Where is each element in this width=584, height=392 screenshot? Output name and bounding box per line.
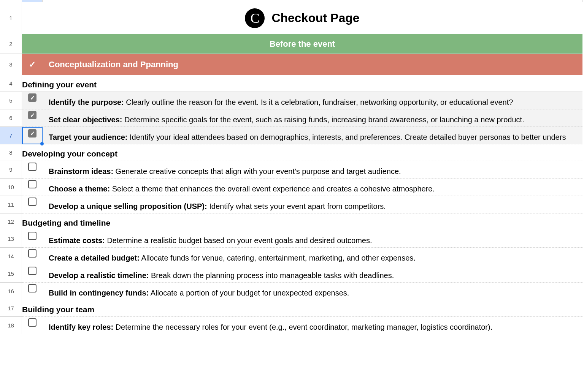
checkbox-icon[interactable] — [28, 198, 36, 206]
row-header-18[interactable]: 18 — [0, 317, 22, 334]
item-text-13[interactable]: Estimate costs: Determine a realistic bu… — [43, 230, 582, 248]
subhead-concept[interactable]: Developing your concept — [22, 144, 582, 161]
checkbox-cell-11[interactable] — [22, 196, 43, 213]
checkbox-icon[interactable] — [28, 180, 36, 188]
page-title: Checkout Page — [271, 11, 359, 25]
row-header-2[interactable]: 2 — [0, 34, 22, 54]
row-header-12[interactable]: 12 — [0, 213, 22, 230]
checkbox-icon[interactable] — [28, 111, 36, 119]
row-header-3[interactable]: 3 — [0, 54, 22, 75]
item-text-5[interactable]: Identify the purpose: Clearly outline th… — [43, 92, 582, 109]
item-text-10[interactable]: Choose a theme: Select a theme that enha… — [43, 179, 582, 196]
checkbox-icon[interactable] — [28, 93, 36, 102]
title-cell[interactable]: C Checkout Page — [22, 2, 582, 34]
row-header-5[interactable]: 5 — [0, 92, 22, 109]
item-text-11[interactable]: Develop a unique selling proposition (US… — [43, 196, 582, 213]
item-text-14[interactable]: Create a detailed budget: Allocate funds… — [43, 248, 582, 265]
row-header-15[interactable]: 15 — [0, 265, 22, 283]
checkbox-cell-6[interactable] — [22, 109, 43, 127]
checkbox-cell-13[interactable] — [22, 230, 43, 248]
item-text-7[interactable]: Target your audience: Identify your idea… — [43, 127, 582, 144]
spreadsheet-grid[interactable]: 1 C Checkout Page 2 Before the event 3 ✓… — [0, 0, 584, 334]
checkbox-icon[interactable] — [28, 232, 36, 240]
row-header-10[interactable]: 10 — [0, 179, 22, 196]
checkmark-icon: ✓ — [29, 60, 36, 70]
checkbox-cell-9[interactable] — [22, 161, 43, 179]
checkbox-cell-18[interactable] — [22, 317, 43, 334]
item-text-16[interactable]: Build in contingency funds: Allocate a p… — [43, 283, 582, 300]
row-header-16[interactable]: 16 — [0, 283, 22, 300]
row-header-17[interactable]: 17 — [0, 300, 22, 317]
item-text-15[interactable]: Develop a realistic timeline: Break down… — [43, 265, 582, 283]
row-header-11[interactable]: 11 — [0, 196, 22, 213]
section-header-red[interactable]: Conceptualization and Ppanning — [43, 54, 582, 75]
checkbox-cell-10[interactable] — [22, 179, 43, 196]
section-header-red-check[interactable]: ✓ — [22, 54, 43, 75]
subhead-defining[interactable]: Defining your event — [22, 75, 582, 92]
row-header-6[interactable]: 6 — [0, 109, 22, 127]
item-text-6[interactable]: Set clear objectives: Determine specific… — [43, 109, 582, 127]
checkbox-cell-15[interactable] — [22, 265, 43, 283]
checkbox-cell-16[interactable] — [22, 283, 43, 300]
row-header-9[interactable]: 9 — [0, 161, 22, 179]
checkbox-icon[interactable] — [28, 318, 36, 327]
row-header-1[interactable]: 1 — [0, 2, 22, 34]
checkbox-icon[interactable] — [28, 267, 36, 275]
checkbox-icon[interactable] — [28, 249, 36, 258]
checkbox-cell-14[interactable] — [22, 248, 43, 265]
item-text-9[interactable]: Brainstorm ideas: Generate creative conc… — [43, 161, 582, 179]
brand-logo-icon: C — [245, 8, 265, 28]
row-header-8[interactable]: 8 — [0, 144, 22, 161]
checkbox-cell-5[interactable] — [22, 92, 43, 109]
row-header-14[interactable]: 14 — [0, 248, 22, 265]
checkbox-icon[interactable] — [28, 163, 36, 171]
subhead-team[interactable]: Building your team — [22, 300, 582, 317]
checkbox-cell-7[interactable] — [22, 127, 43, 144]
checkbox-icon[interactable] — [28, 284, 36, 292]
row-header-4[interactable]: 4 — [0, 75, 22, 92]
subhead-budgeting[interactable]: Budgeting and timeline — [22, 213, 582, 230]
item-text-18[interactable]: Identify key roles: Determine the necess… — [43, 317, 582, 334]
section-header-green[interactable]: Before the event — [22, 34, 582, 54]
row-header-7[interactable]: 7 — [0, 127, 22, 144]
checkbox-icon[interactable] — [28, 129, 36, 138]
row-header-13[interactable]: 13 — [0, 230, 22, 248]
